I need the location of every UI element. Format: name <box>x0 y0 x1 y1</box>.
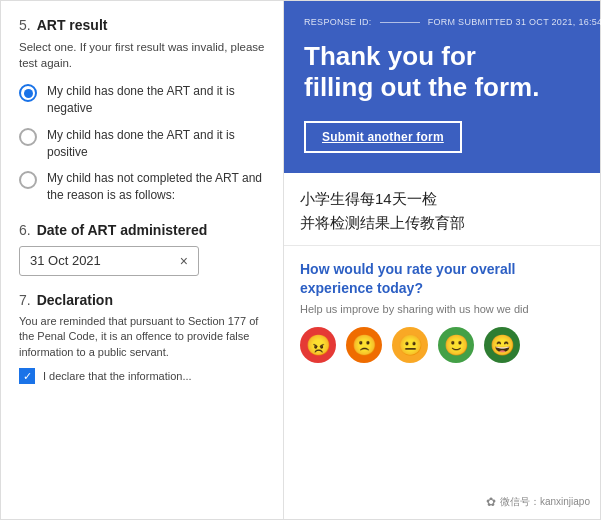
declaration-text: You are reminded that pursuant to Sectio… <box>19 314 265 360</box>
right-panel: RESPONSE ID: FORM SUBMITTED 31 OCT 2021,… <box>284 1 600 519</box>
declaration-checkbox-label: I declare that the information... <box>43 370 192 382</box>
section5-desc: Select one. If your first result was inv… <box>19 39 265 71</box>
submit-another-button[interactable]: Submit another form <box>304 121 462 153</box>
section6-num: 6. <box>19 222 31 238</box>
clear-date-icon[interactable]: × <box>180 253 188 269</box>
left-panel: 5. ART result Select one. If your first … <box>1 1 284 519</box>
chinese-line1: 小学生得每14天一检 <box>300 190 437 207</box>
rating-subtitle: Help us improve by sharing with us how w… <box>300 303 584 315</box>
radio-label-negative: My child has done the ART and it is nega… <box>47 83 265 117</box>
thank-you-box: RESPONSE ID: FORM SUBMITTED 31 OCT 2021,… <box>284 1 600 173</box>
watermark: ✿ 微信号：kanxinjiapo <box>486 495 590 509</box>
emoji-neutral[interactable]: 😐 <box>392 327 428 363</box>
section5-num: 5. <box>19 17 31 33</box>
emoji-great[interactable]: 😄 <box>484 327 520 363</box>
section7-title: 7. Declaration <box>19 292 265 308</box>
thank-you-line1: Thank you for <box>304 41 476 71</box>
section5-label: ART result <box>37 17 108 33</box>
radio-label-not-completed: My child has not completed the ART and t… <box>47 170 265 204</box>
radio-circle-not-completed <box>19 171 37 189</box>
emoji-bad[interactable]: 🙁 <box>346 327 382 363</box>
response-info: RESPONSE ID: FORM SUBMITTED 31 OCT 2021,… <box>304 17 580 27</box>
section7-num: 7. <box>19 292 31 308</box>
radio-circle-negative <box>19 84 37 102</box>
radio-inner-negative <box>24 89 33 98</box>
check-icon: ✓ <box>23 371 32 382</box>
rating-title: How would you rate your overall experien… <box>300 260 584 296</box>
page-container: 5. ART result Select one. If your first … <box>0 0 601 520</box>
chinese-line2: 并将检测结果上传教育部 <box>300 214 465 231</box>
section5-title: 5. ART result <box>19 17 265 33</box>
date-value: 31 Oct 2021 <box>30 253 101 268</box>
thank-you-line2: filling out the form. <box>304 72 539 102</box>
submitted-label: FORM SUBMITTED 31 OCT 2021, 16:54 <box>428 17 601 27</box>
emoji-good[interactable]: 🙂 <box>438 327 474 363</box>
radio-option-positive[interactable]: My child has done the ART and it is posi… <box>19 127 265 161</box>
declaration-checkbox-row[interactable]: ✓ I declare that the information... <box>19 368 265 384</box>
section6: 6. Date of ART administered 31 Oct 2021 … <box>19 222 265 276</box>
section7-label: Declaration <box>37 292 113 308</box>
watermark-text: 微信号：kanxinjiapo <box>500 495 590 509</box>
radio-option-negative[interactable]: My child has done the ART and it is nega… <box>19 83 265 117</box>
thank-you-title: Thank you for filling out the form. <box>304 41 580 103</box>
radio-label-positive: My child has done the ART and it is posi… <box>47 127 265 161</box>
response-id-label: RESPONSE ID: <box>304 17 372 27</box>
radio-option-not-completed[interactable]: My child has not completed the ART and t… <box>19 170 265 204</box>
emoji-row: 😠 🙁 😐 🙂 😄 <box>300 327 584 363</box>
chinese-text-box: 小学生得每14天一检 并将检测结果上传教育部 <box>284 173 600 246</box>
date-input[interactable]: 31 Oct 2021 × <box>19 246 199 276</box>
declaration-checkbox[interactable]: ✓ <box>19 368 35 384</box>
chinese-text: 小学生得每14天一检 并将检测结果上传教育部 <box>300 187 584 235</box>
response-id-line <box>380 22 420 23</box>
emoji-very-bad[interactable]: 😠 <box>300 327 336 363</box>
section7: 7. Declaration You are reminded that pur… <box>19 292 265 384</box>
rating-box: How would you rate your overall experien… <box>284 246 600 519</box>
art-result-radio-group: My child has done the ART and it is nega… <box>19 83 265 204</box>
wechat-icon: ✿ <box>486 495 496 509</box>
section6-label: Date of ART administered <box>37 222 208 238</box>
radio-circle-positive <box>19 128 37 146</box>
section6-title: 6. Date of ART administered <box>19 222 265 238</box>
